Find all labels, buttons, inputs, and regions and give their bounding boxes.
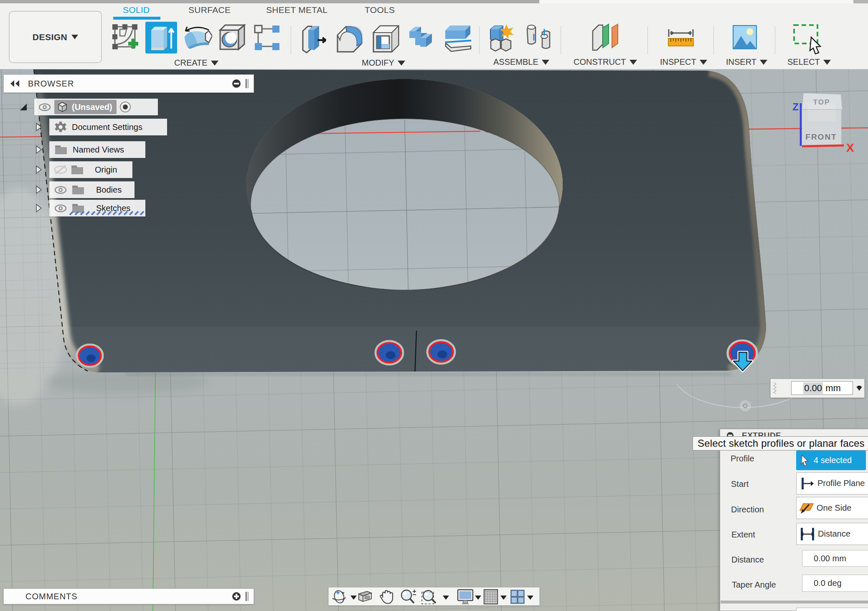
- svg-text:TOP: TOP: [813, 98, 830, 106]
- svg-text:X: X: [846, 141, 854, 154]
- svg-text:Z: Z: [792, 101, 799, 112]
- svg-text:FRONT: FRONT: [805, 132, 837, 141]
